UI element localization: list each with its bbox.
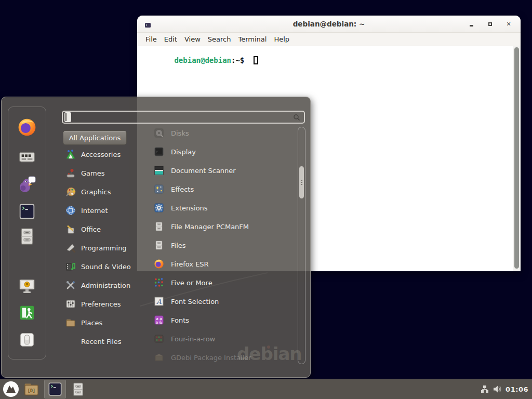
category-games[interactable]: Games [59, 164, 146, 182]
category-graphics[interactable]: Graphics [59, 182, 146, 201]
application-menu: All Applications AccessoriesGamesGraphic… [1, 97, 311, 378]
app-label: Firefox ESR [171, 260, 209, 268]
category-label: Internet [81, 207, 108, 215]
app-disks[interactable]: Disks [148, 124, 297, 142]
category-programming[interactable]: Programming [59, 238, 146, 257]
terminal-menubar: FileEditViewSearchTerminalHelp [137, 33, 521, 46]
extensions-icon [153, 202, 165, 214]
window-title: debian@debian: ~ [137, 20, 521, 28]
maximize-icon [488, 22, 492, 26]
fonts-icon: a aa & [153, 314, 165, 326]
favorites-panel [8, 107, 46, 360]
terminal-titlebar[interactable]: debian@debian: ~ ✕ [137, 16, 521, 33]
close-button[interactable]: ✕ [505, 21, 512, 28]
minimize-button[interactable] [468, 21, 475, 28]
favorite-logout[interactable] [18, 304, 36, 322]
taskbar-launchers: [D] [0, 379, 86, 399]
terminal-menu-search[interactable]: Search [204, 34, 235, 45]
menu-launcher-button[interactable] [3, 381, 19, 397]
category-preferences[interactable]: Preferences [59, 295, 146, 313]
category-label: Office [81, 225, 101, 233]
terminal-menu-terminal[interactable]: Terminal [234, 34, 270, 45]
menu-search-box [62, 111, 305, 124]
app-extensions[interactable]: Extensions [148, 198, 297, 217]
search-icon [292, 113, 301, 124]
app-label: Fonts [171, 316, 189, 324]
app-display[interactable]: Display [148, 142, 297, 161]
screen: debian debian@debian: ~ ✕ FileEditViewSe… [0, 0, 532, 399]
pidgin-icon [18, 175, 36, 194]
graphics-icon [65, 186, 76, 197]
app-document-scanner[interactable]: Document Scanner [148, 161, 297, 180]
font-selection-icon: A [153, 296, 165, 307]
favorite-lock-screen[interactable] [18, 276, 36, 295]
terminal-menu-file[interactable]: File [142, 34, 161, 45]
favorite-terminal[interactable] [19, 203, 35, 220]
app-firefox-esr[interactable]: Firefox ESR [148, 255, 297, 273]
category-label: Graphics [81, 188, 111, 196]
search-caret-block [64, 112, 71, 122]
app-five-or-more[interactable]: Five or More [148, 273, 297, 292]
lock-screen-icon [18, 276, 36, 295]
favorite-keyboard[interactable] [18, 148, 36, 166]
category-recent-files[interactable]: Recent Files [59, 332, 146, 351]
taskbar-terminal-active[interactable] [44, 380, 66, 398]
app-label: Effects [171, 185, 194, 193]
display-icon [153, 146, 165, 157]
places-icon [65, 317, 76, 328]
app-font-selection[interactable]: AFont Selection [148, 292, 297, 311]
internet-icon [65, 205, 76, 216]
svg-text:a &: a & [156, 320, 163, 325]
files-icon [153, 240, 165, 251]
app-four-in-a-row[interactable]: Four-in-a-row [148, 329, 297, 348]
scrollbar-grip-dots [301, 180, 302, 181]
favorite-file-cabinet[interactable] [18, 227, 36, 246]
favorite-firefox[interactable] [17, 117, 37, 137]
taskbar-folder-d[interactable]: [D] [23, 381, 39, 397]
menu-scrollbar[interactable] [298, 127, 305, 364]
app-file-manager-pcmanfm[interactable]: File Manager PCManFM [148, 217, 297, 236]
shutdown-icon [19, 331, 35, 348]
app-label: Display [171, 148, 196, 156]
app-effects[interactable]: Effects [148, 180, 297, 198]
app-fonts[interactable]: a aa &Fonts [148, 311, 297, 329]
terminal-scrollbar-thumb[interactable] [514, 47, 519, 269]
menu-scrollbar-thumb[interactable] [299, 166, 304, 198]
category-internet[interactable]: Internet [59, 201, 146, 220]
gdebi-icon [153, 352, 165, 363]
network-icon[interactable] [481, 385, 489, 393]
terminal-scrollbar[interactable] [513, 46, 521, 271]
terminal-menu-view[interactable]: View [181, 34, 204, 45]
favorite-pidgin[interactable] [18, 175, 36, 194]
app-gdebi-package-installer[interactable]: GDebi Package Installer [148, 348, 297, 367]
volume-icon[interactable] [493, 384, 502, 394]
svg-text:A: A [156, 298, 162, 305]
accessories-icon [65, 149, 76, 160]
firefox-icon [17, 117, 37, 137]
category-accessories[interactable]: Accessories [59, 145, 146, 164]
category-office[interactable]: Office [59, 220, 146, 238]
menu-search-input[interactable] [63, 112, 304, 123]
taskbar-file-cabinet[interactable] [71, 382, 86, 397]
clock: 01:06 [506, 385, 528, 393]
all-applications-button[interactable]: All Applications [63, 130, 127, 145]
terminal-cursor [254, 56, 258, 64]
keyboard-icon [18, 148, 36, 166]
terminal-menu-help[interactable]: Help [270, 34, 293, 45]
app-label: Extensions [171, 204, 208, 212]
maximize-button[interactable] [486, 21, 494, 28]
app-files[interactable]: Files [148, 236, 297, 255]
four-in-a-row-icon [153, 333, 165, 344]
category-places[interactable]: Places [59, 313, 146, 332]
app-label: File Manager PCManFM [171, 223, 249, 231]
category-sound-video[interactable]: Sound & Video [59, 257, 146, 276]
terminal-menu-edit[interactable]: Edit [161, 34, 181, 45]
favorite-shutdown[interactable] [19, 331, 35, 348]
terminal-icon [19, 203, 35, 220]
taskbar: [D] 01:06 [0, 379, 532, 399]
five-or-more-icon [153, 277, 165, 288]
firefox-icon [153, 258, 165, 270]
preferences-icon [65, 298, 76, 310]
category-label: Sound & Video [81, 263, 131, 271]
category-administration[interactable]: Administration [59, 276, 146, 295]
